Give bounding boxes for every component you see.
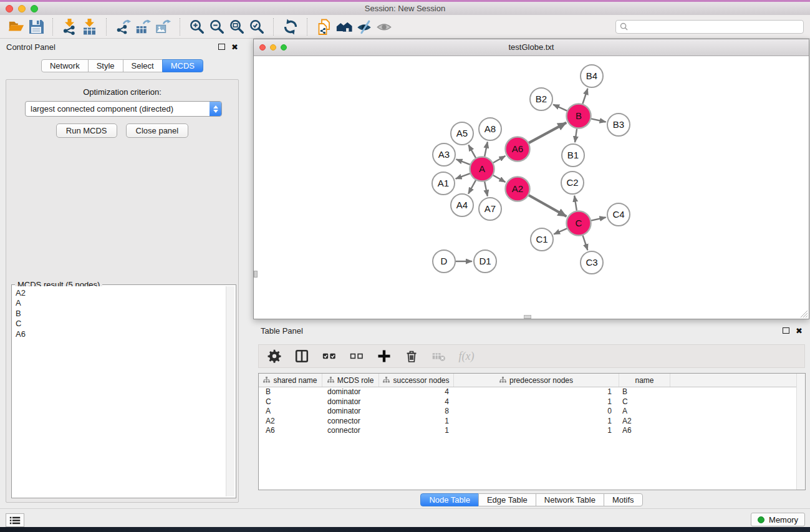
cell-predecessor-nodes[interactable]: 1 <box>454 397 619 407</box>
result-item[interactable]: C <box>16 319 225 329</box>
cell-predecessor-nodes[interactable]: 0 <box>454 407 619 417</box>
tab-select[interactable]: Select <box>123 59 163 72</box>
network-canvas[interactable]: AA1A2A3A4A5A6A7A8BB1B2B3B4CC1C2C3C4DD1 <box>254 56 809 319</box>
edge-A2-C[interactable] <box>529 195 567 216</box>
tab-style[interactable]: Style <box>88 59 123 72</box>
cell-successor-nodes[interactable]: 1 <box>379 426 454 436</box>
cell-mcds-role[interactable]: dominator <box>322 397 379 407</box>
cell-mcds-role[interactable]: dominator <box>322 407 379 417</box>
select-all-columns-icon[interactable] <box>321 348 337 364</box>
result-item[interactable]: A6 <box>16 329 225 339</box>
delete-columns-icon[interactable] <box>403 348 420 364</box>
search-field[interactable] <box>615 20 804 34</box>
add-column-icon[interactable] <box>376 348 392 364</box>
tab-motifs[interactable]: Motifs <box>604 493 643 506</box>
cell-name[interactable]: C <box>619 397 670 407</box>
result-item[interactable]: A2 <box>16 288 225 298</box>
cell-predecessor-nodes[interactable]: 1 <box>454 387 619 397</box>
edge-B-B1[interactable] <box>575 128 577 142</box>
cell-successor-nodes[interactable]: 4 <box>379 387 454 397</box>
result-list-scrollbar[interactable] <box>226 286 234 496</box>
hide-selected-icon[interactable] <box>354 17 374 37</box>
tab-network-table[interactable]: Network Table <box>536 493 604 506</box>
cell-successor-nodes[interactable]: 8 <box>379 407 454 417</box>
run-mcds-button[interactable]: Run MCDS <box>56 123 117 138</box>
network-view-window[interactable]: testGlobe.txt AA1A2A3A4A5A6A7A8BB1B2B3B4… <box>253 39 809 319</box>
tab-edge-table[interactable]: Edge Table <box>478 493 536 506</box>
select-stepper-icon[interactable] <box>210 102 221 116</box>
edge-A-A3[interactable] <box>456 159 470 164</box>
table-float-panel-icon[interactable] <box>783 327 789 334</box>
cell-predecessor-nodes[interactable]: 1 <box>454 417 619 427</box>
cell-successor-nodes[interactable]: 1 <box>379 417 454 427</box>
close-panel-button[interactable]: Close panel <box>126 123 189 138</box>
column-header-shared-name[interactable]: shared name <box>259 374 322 387</box>
column-header-mcds-role[interactable]: MCDS role <box>322 374 379 387</box>
show-columns-icon[interactable] <box>294 348 310 364</box>
zoom-selected-icon[interactable] <box>247 17 267 37</box>
edge-C-C3[interactable] <box>583 235 588 250</box>
canvas-bottom-handle[interactable] <box>524 315 531 319</box>
result-item[interactable]: A <box>16 298 225 308</box>
edge-A-A5[interactable] <box>468 145 476 158</box>
table-row[interactable]: Bdominator41B <box>259 387 805 397</box>
window-resize-grip[interactable] <box>799 309 808 318</box>
edge-A-A6[interactable] <box>493 156 506 163</box>
table-row[interactable]: A6connector11A6 <box>259 426 805 436</box>
edge-A-A4[interactable] <box>468 180 476 194</box>
task-history-button[interactable] <box>6 513 24 527</box>
export-image-icon[interactable] <box>153 17 173 37</box>
cell-name[interactable]: B <box>619 387 670 397</box>
search-input[interactable] <box>631 22 799 32</box>
tab-network[interactable]: Network <box>41 59 89 72</box>
cell-mcds-role[interactable]: connector <box>322 417 379 427</box>
table-row[interactable]: A2connector11A2 <box>259 417 805 427</box>
cell-shared-name[interactable]: B <box>259 387 322 397</box>
cell-predecessor-nodes[interactable]: 1 <box>454 426 619 436</box>
canvas-left-handle[interactable] <box>254 271 258 278</box>
export-network-icon[interactable] <box>113 17 133 37</box>
table-scrollbar[interactable] <box>796 374 805 490</box>
criterion-select[interactable]: largest connected component (directed) <box>25 101 222 117</box>
zoom-fit-icon[interactable] <box>227 17 247 37</box>
tab-node-table[interactable]: Node Table <box>420 493 479 506</box>
table-row[interactable]: Cdominator41C <box>259 397 805 407</box>
cell-shared-name[interactable]: A6 <box>259 426 322 436</box>
cell-name[interactable]: A <box>619 407 670 417</box>
cell-mcds-role[interactable]: connector <box>322 426 379 436</box>
zoom-in-icon[interactable] <box>187 17 207 37</box>
memory-button[interactable]: Memory <box>751 513 805 526</box>
tab-mcds[interactable]: MCDS <box>162 59 203 72</box>
edge-B-B2[interactable] <box>553 105 567 111</box>
edge-C-C4[interactable] <box>591 218 606 221</box>
edge-B-B3[interactable] <box>591 118 606 122</box>
result-item[interactable]: B <box>16 309 225 319</box>
cell-shared-name[interactable]: C <box>259 397 322 407</box>
edge-A-A1[interactable] <box>456 173 470 179</box>
column-header-predecessor-nodes[interactable]: predecessor nodes <box>454 374 619 387</box>
cell-successor-nodes[interactable]: 4 <box>379 397 454 407</box>
cell-name[interactable]: A6 <box>619 426 670 436</box>
settings-gear-icon[interactable] <box>266 348 282 364</box>
cell-name[interactable]: A2 <box>619 417 670 427</box>
edge-C-C2[interactable] <box>574 196 577 211</box>
zoom-out-icon[interactable] <box>207 17 227 37</box>
edge-A6-B[interactable] <box>529 123 566 143</box>
edge-B-B4[interactable] <box>582 89 587 104</box>
cell-mcds-role[interactable]: dominator <box>322 387 379 397</box>
export-table-icon[interactable] <box>133 17 153 37</box>
edge-A-A8[interactable] <box>485 142 488 157</box>
home-icon[interactable] <box>334 17 354 37</box>
titlebar[interactable]: Session: New Session <box>0 2 810 16</box>
unselect-all-columns-icon[interactable] <box>349 348 365 364</box>
save-session-icon[interactable] <box>26 17 46 37</box>
import-table-icon[interactable] <box>80 17 100 37</box>
edge-A-A2[interactable] <box>493 175 506 182</box>
copy-view-icon[interactable] <box>314 17 334 37</box>
refresh-icon[interactable] <box>281 17 301 37</box>
column-header-successor-nodes[interactable]: successor nodes <box>379 374 454 387</box>
table-close-panel-icon[interactable]: ✖ <box>796 326 803 336</box>
edge-C-C1[interactable] <box>554 228 567 234</box>
table-row[interactable]: Adominator80A <box>259 407 805 417</box>
open-session-icon[interactable] <box>6 17 26 37</box>
